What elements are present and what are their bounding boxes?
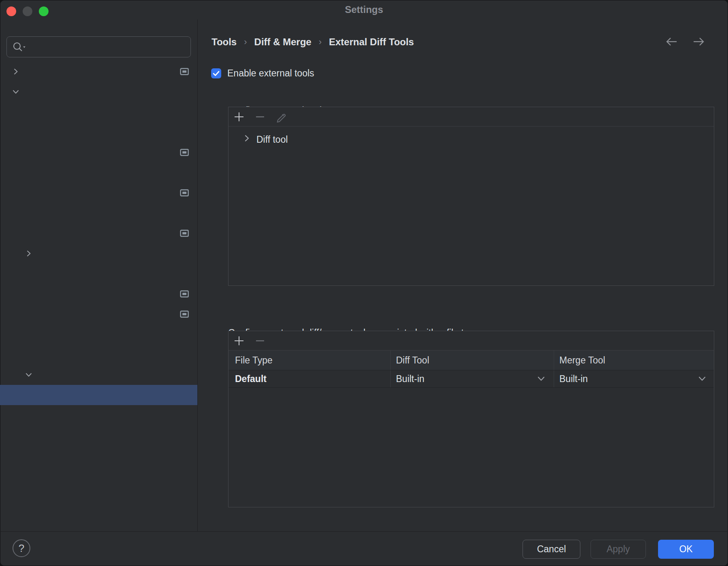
sidebar-item-diagrams[interactable]: [0, 344, 197, 365]
ok-button[interactable]: OK: [658, 540, 714, 559]
sidebar-item-ssh-configurations[interactable]: [0, 284, 197, 304]
breadcrumb-item[interactable]: External Diff Tools: [329, 36, 414, 48]
enable-external-tools-checkbox[interactable]: [211, 68, 221, 78]
breadcrumb-separator: ›: [319, 37, 322, 47]
settings-window: Settings Tools›Diff & Merge›External Dif…: [0, 0, 728, 566]
filetype-table-body: DefaultBuilt-inBuilt-in: [229, 370, 714, 388]
sidebar-item-languages-frameworks[interactable]: [0, 61, 197, 82]
settings-sidebar: [0, 19, 198, 531]
sidebar-item-csv-formats[interactable]: [0, 264, 197, 284]
column-header-file-type: File Type: [229, 351, 390, 370]
cancel-button[interactable]: Cancel: [523, 540, 580, 559]
merge-tool-select[interactable]: Built-in: [554, 370, 715, 387]
titlebar: Settings: [0, 0, 728, 19]
sidebar-item-qodana[interactable]: [0, 122, 197, 142]
enable-external-tools-label: Enable external tools: [227, 68, 314, 79]
sidebar-item-features-trainer[interactable]: [0, 446, 197, 466]
add-tool-button[interactable]: [233, 111, 245, 122]
chevron-down-icon[interactable]: [11, 87, 21, 97]
diff-tool-tree-item[interactable]: Diff tool: [229, 132, 714, 147]
sidebar-item-file-watchers[interactable]: [0, 183, 197, 203]
breadcrumb-item[interactable]: Tools: [212, 36, 237, 48]
external-tools-toolbar: [229, 107, 714, 127]
remove-tool-button[interactable]: [254, 111, 266, 122]
question-mark-icon: ?: [19, 542, 24, 555]
main-content: Tools›Diff & Merge›External Diff Tools: [198, 19, 728, 531]
add-filetype-button[interactable]: [233, 335, 245, 346]
sidebar-item-space[interactable]: [0, 102, 197, 122]
chevron-down-icon[interactable]: [537, 376, 546, 382]
column-header-merge-tool: Merge Tool: [554, 351, 715, 370]
sidebar-item-remote-ssh-external-tools[interactable]: [0, 466, 197, 486]
file-type-cell[interactable]: Default: [229, 370, 390, 387]
breadcrumb-item[interactable]: Diff & Merge: [254, 36, 311, 48]
sidebar-item-database[interactable]: [0, 243, 197, 264]
forward-arrow-icon[interactable]: [691, 36, 706, 49]
sidebar-item-code-with-me[interactable]: [0, 324, 197, 344]
filetype-tools-panel: File TypeDiff ToolMerge Tool DefaultBuil…: [228, 331, 714, 507]
sidebar-item-diff-merge[interactable]: [0, 365, 197, 385]
sidebar-item-external-diff-tools[interactable]: [0, 385, 197, 405]
chevron-right-icon[interactable]: [11, 66, 21, 77]
filetype-table-header: File TypeDiff ToolMerge Tool: [229, 351, 714, 370]
column-header-diff-tool: Diff Tool: [390, 351, 554, 370]
sidebar-item-terminal[interactable]: [0, 223, 197, 243]
external-tools-panel: Diff tool: [228, 107, 714, 286]
history-nav: [665, 36, 706, 49]
sidebar-item-server-certificates[interactable]: [0, 506, 197, 526]
screen-settings-icon: [180, 68, 189, 75]
enable-external-tools-row: Enable external tools: [211, 68, 314, 79]
footer: ? Cancel Apply OK: [0, 531, 728, 566]
sidebar-item-education[interactable]: [0, 405, 197, 425]
sidebar-item-rsync[interactable]: [0, 486, 197, 506]
screen-settings-icon: [180, 290, 189, 298]
remove-filetype-button[interactable]: [254, 335, 266, 346]
chevron-down-icon[interactable]: [23, 370, 34, 380]
footer-buttons: Cancel Apply OK: [523, 540, 714, 559]
settings-tree: [0, 61, 197, 526]
sidebar-item-external-tools[interactable]: [0, 203, 197, 223]
search-input[interactable]: [6, 36, 191, 57]
screen-settings-icon: [180, 189, 189, 196]
sidebar-item-actions-on-save[interactable]: [0, 142, 197, 163]
chevron-right-icon[interactable]: [242, 134, 251, 145]
table-row: DefaultBuilt-inBuilt-in: [229, 370, 714, 388]
diff-tool-select[interactable]: Built-in: [390, 370, 554, 387]
chevron-right-icon[interactable]: [23, 248, 34, 259]
edit-tool-button[interactable]: [275, 111, 287, 122]
sidebar-item-web-browsers-and-preview[interactable]: [0, 163, 197, 183]
chevron-down-icon[interactable]: [698, 376, 707, 382]
diff-tool-tree-label: Diff tool: [256, 134, 288, 145]
breadcrumb-separator: ›: [244, 37, 247, 47]
screen-settings-icon: [180, 310, 189, 318]
breadcrumb: Tools›Diff & Merge›External Diff Tools: [212, 36, 414, 48]
search-icon: [12, 41, 26, 53]
sidebar-item-tools[interactable]: [0, 82, 197, 102]
filetype-toolbar: [229, 331, 714, 351]
back-arrow-icon[interactable]: [665, 36, 679, 49]
apply-button[interactable]: Apply: [590, 540, 646, 559]
sidebar-item-features-suggester[interactable]: [0, 425, 197, 446]
window-title: Settings: [0, 4, 728, 15]
sidebar-item-ssh-terminal[interactable]: [0, 304, 197, 324]
help-button[interactable]: ?: [13, 539, 30, 557]
screen-settings-icon: [180, 230, 189, 237]
screen-settings-icon: [180, 149, 189, 156]
